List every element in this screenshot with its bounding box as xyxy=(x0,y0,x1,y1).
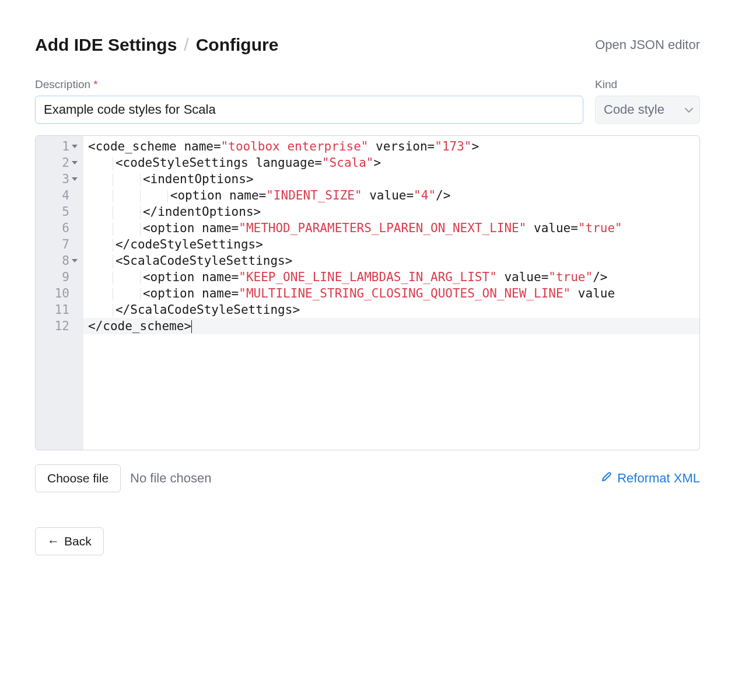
breadcrumb: Add IDE Settings / Configure xyxy=(35,35,278,55)
code-line[interactable]: <codeStyleSettings language="Scala"> xyxy=(83,155,699,171)
description-label: Description * xyxy=(35,78,583,91)
gutter-line: 12 xyxy=(36,318,76,334)
code-line[interactable]: </indentOptions> xyxy=(83,204,699,220)
gutter-line: 5 xyxy=(36,204,76,220)
fold-caret-icon[interactable] xyxy=(72,161,78,164)
code-line[interactable]: </code_scheme> xyxy=(83,318,699,334)
gutter-line: 10 xyxy=(36,285,76,302)
gutter-line: 6 xyxy=(36,220,76,236)
open-json-editor-link[interactable]: Open JSON editor xyxy=(595,37,700,52)
fold-caret-icon[interactable] xyxy=(72,259,78,262)
kind-label: Kind xyxy=(595,78,700,91)
breadcrumb-current: Configure xyxy=(196,35,279,55)
code-line[interactable]: <option name="KEEP_ONE_LINE_LAMBDAS_IN_A… xyxy=(83,269,699,285)
gutter-line: 7 xyxy=(36,236,76,253)
kind-select[interactable]: Code style xyxy=(595,96,700,124)
editor-gutter: 123456789101112 xyxy=(36,136,83,450)
gutter-line: 1 xyxy=(36,138,76,155)
code-line[interactable]: </codeStyleSettings> xyxy=(83,236,699,253)
code-editor[interactable]: 123456789101112 <code_scheme name="toolb… xyxy=(35,135,700,450)
required-indicator: * xyxy=(93,78,97,90)
gutter-line: 2 xyxy=(36,155,76,171)
code-line[interactable]: </ScalaCodeStyleSettings> xyxy=(83,302,699,318)
pencil-icon xyxy=(601,471,612,486)
code-line[interactable]: <option name="MULTILINE_STRING_CLOSING_Q… xyxy=(83,285,699,302)
gutter-line: 4 xyxy=(36,187,76,204)
description-input[interactable] xyxy=(35,96,583,124)
choose-file-button[interactable]: Choose file xyxy=(35,464,121,492)
code-line[interactable]: <ScalaCodeStyleSettings> xyxy=(83,253,699,269)
code-line[interactable]: <option name="METHOD_PARAMETERS_LPAREN_O… xyxy=(83,220,699,236)
gutter-line: 9 xyxy=(36,269,76,285)
code-line[interactable]: <option name="INDENT_SIZE" value="4"/> xyxy=(83,187,699,204)
code-line[interactable]: <indentOptions> xyxy=(83,171,699,187)
reformat-xml-link[interactable]: Reformat XML xyxy=(601,471,700,486)
code-line[interactable]: <code_scheme name="toolbox enterprise" v… xyxy=(83,138,699,155)
gutter-line: 8 xyxy=(36,253,76,269)
fold-caret-icon[interactable] xyxy=(72,177,78,181)
gutter-line: 11 xyxy=(36,302,76,318)
arrow-left-icon: ← xyxy=(47,534,60,548)
gutter-line: 3 xyxy=(36,171,76,187)
file-status: No file chosen xyxy=(130,471,211,486)
back-button[interactable]: ← Back xyxy=(35,527,104,555)
breadcrumb-separator: / xyxy=(184,35,188,55)
breadcrumb-title: Add IDE Settings xyxy=(35,35,177,55)
editor-code-area[interactable]: <code_scheme name="toolbox enterprise" v… xyxy=(83,136,699,450)
fold-caret-icon[interactable] xyxy=(72,145,78,148)
